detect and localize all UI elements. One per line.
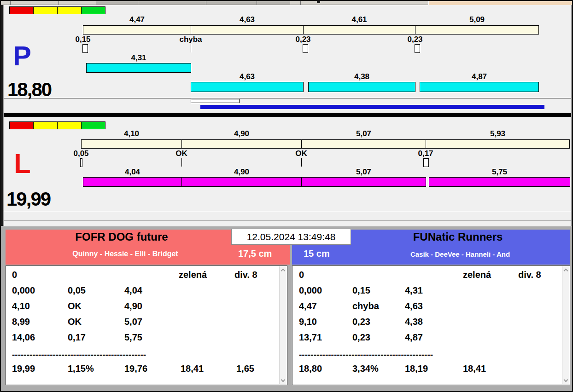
split-time-label: 5,93 (426, 129, 570, 138)
toolbar-divider (257, 1, 257, 5)
chevron-down-icon[interactable] (281, 378, 286, 382)
team-name: FUNatic Runners (347, 231, 568, 243)
run-bar (86, 63, 191, 73)
team-members: Quinny - Hessie - Elli - Bridget (10, 250, 240, 258)
chevron-down-icon[interactable] (564, 378, 568, 382)
table-total-cell: 3,34% (352, 363, 379, 374)
toolbar-mark (317, 1, 320, 3)
table-cell: 5,07 (124, 317, 142, 327)
exchange-marker-tick (191, 44, 191, 52)
run-bar (420, 82, 539, 92)
table-total-cell: 18,19 (405, 363, 428, 374)
table-cell: 14,06 (12, 332, 35, 343)
run-time-label: 4,31 (86, 53, 191, 62)
chevron-up-icon[interactable] (281, 269, 286, 273)
run-bar (429, 177, 570, 187)
table-total-cell: 1,65 (236, 363, 254, 374)
toolbar-divider (206, 1, 206, 5)
light-green (81, 121, 105, 129)
exchange-marker-tick (181, 158, 182, 167)
toolbar-divider (138, 1, 138, 5)
lane-panel-l: 4,10 4,90 5,07 5,93 0,05 OK OK 0,17 4,04… (4, 117, 571, 210)
exchange-result-label: 0,15 (62, 35, 104, 44)
table-separator: ----------------------------------------… (12, 350, 186, 360)
toolbar-fill-segment (96, 1, 290, 5)
exchange-marker-box (82, 44, 88, 53)
team-name: FOFR DOG future (6, 231, 238, 243)
timing-app-window: 4,47 4,63 4,61 5,09 0,15 chyba 0,23 0,23… (0, 0, 573, 392)
table-total-cell: 18,41 (181, 363, 204, 374)
run-time-label: 4,87 (420, 72, 539, 81)
split-bar-segment (81, 139, 182, 149)
table-cell: 0,05 (68, 285, 86, 296)
table-cell: 0,23 (352, 332, 370, 343)
toolbar-divider (58, 1, 59, 5)
split-time-label: 4,10 (81, 129, 182, 138)
table-cell: 0,17 (68, 332, 86, 343)
table-separator: ----------------------------------------… (299, 350, 473, 360)
lane-panel-p: 4,47 4,63 4,61 5,09 0,15 chyba 0,23 0,23… (4, 6, 571, 113)
light-yellow-1 (33, 6, 58, 14)
exchange-result-label: OK (161, 149, 202, 158)
run-bar (181, 177, 302, 187)
exchange-marker-box (415, 44, 420, 53)
chevron-up-icon[interactable] (564, 269, 568, 273)
results-table-right[interactable]: 0 zelená div. 8 0,000 0,15 4,31 4,47 chy… (292, 265, 570, 385)
split-time-label: 4,47 (83, 15, 191, 24)
background-window-fragment (428, 1, 573, 5)
split-bar-segment (426, 139, 570, 149)
table-cell: 9,10 (299, 317, 317, 327)
light-green (81, 6, 105, 14)
table-cell: 4,10 (12, 301, 30, 311)
light-yellow-2 (57, 121, 82, 129)
background-window-toolbar (1, 1, 428, 5)
table-cell: 4,31 (405, 285, 423, 296)
jump-height: 17,5 cm (238, 248, 272, 259)
jump-height: 15 cm (304, 248, 330, 259)
teams-section: FOFR DOG future Quinny - Hessie - Elli -… (1, 226, 573, 392)
split-time-label: 4,63 (191, 15, 304, 24)
table-cell: 4,63 (405, 301, 423, 311)
run-time-label: 4,38 (308, 72, 415, 81)
lane-separator (4, 113, 571, 117)
panel-divider-line (4, 98, 571, 98)
exchange-result-label: 0,23 (282, 35, 324, 44)
run-bar (83, 177, 182, 187)
table-cell: 5,75 (124, 332, 142, 343)
split-bar-segment (83, 25, 191, 35)
table-cell-category: zelená (179, 270, 207, 280)
lane-letter: P (13, 42, 30, 70)
table-cell-division: div. 8 (234, 270, 257, 280)
table-cell: OK (68, 317, 82, 327)
table-cell-category: zelená (463, 270, 491, 280)
table-cell: 4,87 (405, 332, 423, 343)
split-time-label: 5,09 (415, 15, 539, 24)
team-members: Casík - DeeVee - Hanneli - And (366, 250, 555, 258)
split-bar-segment (415, 25, 539, 35)
table-total-cell: 18,41 (463, 363, 486, 374)
table-cell: 0 (12, 270, 17, 280)
table-cell: chyba (352, 301, 379, 311)
table-total-cell: 18,80 (299, 363, 322, 374)
exchange-result-label: 0,23 (394, 35, 436, 44)
split-bar-segment (301, 139, 426, 149)
table-cell: 4,90 (124, 301, 142, 311)
scrollbar[interactable] (562, 266, 569, 384)
exchange-result-label: OK (281, 149, 322, 158)
table-total-cell: 1,15% (68, 363, 94, 374)
exchange-marker-box (423, 158, 429, 167)
run-time-label: 5,75 (429, 167, 570, 176)
run-bar (191, 82, 304, 92)
table-cell: 0 (299, 270, 304, 280)
scrollbar[interactable] (279, 266, 286, 384)
split-time-label: 4,90 (181, 129, 302, 138)
run-bar (308, 82, 415, 92)
light-yellow-1 (33, 121, 58, 129)
toolbar-divider (10, 1, 11, 5)
split-time-label: 5,07 (301, 129, 426, 138)
run-time-label: 4,90 (181, 167, 302, 176)
results-table-left[interactable]: 0 zelená div. 8 0,000 0,05 4,04 4,10 OK … (6, 265, 287, 385)
timeline-cursor-box (191, 99, 240, 103)
start-lights (10, 121, 105, 129)
table-cell: 4,04 (124, 285, 142, 296)
